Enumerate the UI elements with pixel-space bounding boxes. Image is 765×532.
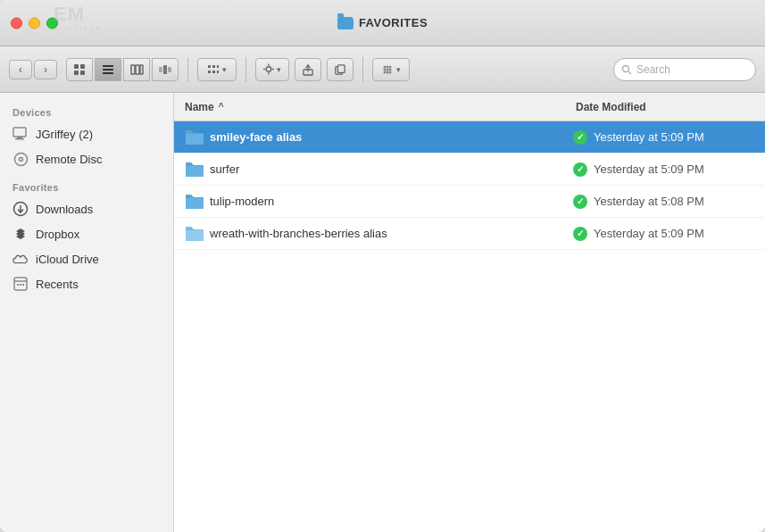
file-status-1: ✓	[567, 162, 594, 177]
close-button[interactable]	[11, 17, 22, 29]
svg-rect-12	[168, 67, 171, 72]
toolbar-separator-1	[187, 57, 188, 82]
search-placeholder: Search	[636, 63, 670, 76]
action-button[interactable]: ▾	[255, 58, 289, 81]
sidebar: Devices JGriffey (2)	[0, 93, 174, 532]
list-icon	[102, 64, 114, 75]
sidebar-recents-label: Recents	[36, 278, 79, 291]
view-cover-button[interactable]	[152, 58, 179, 81]
share-icon	[303, 62, 313, 77]
svg-point-19	[266, 67, 271, 72]
check-icon-0: ✓	[573, 130, 587, 145]
copy-icon	[335, 63, 345, 76]
sidebar-downloads-label: Downloads	[36, 203, 93, 216]
favorites-header: Favorites	[0, 177, 173, 196]
sidebar-jgriffey-label: JGriffey (2)	[36, 128, 93, 141]
svg-rect-27	[337, 64, 345, 72]
view-icon-button[interactable]	[66, 58, 93, 81]
search-box[interactable]: Search	[613, 58, 756, 81]
file-name-0: smiley-face alias	[210, 130, 567, 144]
table-row[interactable]: tulip-modern ✓ Yesterday at 5:08 PM	[174, 186, 765, 218]
file-status-2: ✓	[567, 195, 594, 209]
icloud-icon	[12, 251, 29, 267]
svg-rect-15	[217, 65, 219, 68]
minimize-button[interactable]	[29, 17, 40, 29]
svg-rect-13	[208, 65, 211, 68]
file-status-0: ✓	[567, 130, 594, 145]
toolbar-separator-3	[362, 57, 363, 82]
window-title: FAVORITES	[337, 16, 428, 29]
svg-point-29	[384, 68, 387, 71]
devices-header: Devices	[0, 102, 173, 121]
folder-icon-0	[185, 129, 204, 145]
grid-dots-icon	[207, 64, 220, 75]
copy-button[interactable]	[327, 58, 353, 81]
svg-rect-53	[20, 284, 21, 286]
sidebar-icloud-label: iCloud Drive	[36, 253, 99, 266]
svg-rect-6	[103, 72, 113, 74]
sidebar-item-recents[interactable]: Recents	[0, 271, 173, 296]
view-list-button[interactable]	[95, 58, 121, 81]
grid-icon	[73, 63, 86, 76]
view-options-button[interactable]: ▾	[197, 58, 237, 81]
sort-arrow: ^	[219, 102, 224, 112]
folder-icon-3	[185, 226, 204, 242]
file-name-2: tulip-modern	[210, 195, 567, 208]
main-content: Devices JGriffey (2)	[0, 93, 765, 532]
table-row[interactable]: wreath-with-branches-berries alias ✓ Yes…	[174, 218, 765, 250]
svg-point-33	[387, 71, 389, 73]
columns-icon	[130, 64, 144, 75]
table-row[interactable]: smiley-face alias ✓ Yesterday at 5:09 PM	[174, 121, 765, 154]
file-date-3: Yesterday at 5:09 PM	[594, 227, 754, 240]
recents-icon	[12, 276, 29, 292]
svg-rect-10	[159, 67, 162, 72]
view-columns-button[interactable]	[123, 58, 150, 81]
check-icon-3: ✓	[573, 227, 587, 241]
svg-rect-5	[103, 69, 113, 71]
date-column-header[interactable]: Date Modified	[576, 101, 754, 113]
svg-rect-18	[217, 71, 219, 73]
sidebar-item-dropbox[interactable]: Dropbox	[0, 221, 173, 246]
dropbox-icon	[12, 226, 29, 242]
tag-icon	[381, 63, 394, 76]
svg-rect-17	[212, 71, 215, 73]
sidebar-item-downloads[interactable]: Downloads	[0, 196, 173, 221]
sidebar-item-remote-disc[interactable]: Remote Disc	[0, 146, 173, 171]
back-button[interactable]: ‹	[9, 60, 32, 79]
dropdown-arrow: ▾	[222, 65, 227, 74]
traffic-lights	[11, 17, 58, 29]
svg-rect-52	[17, 284, 19, 286]
sidebar-item-jgriffey[interactable]: JGriffey (2)	[0, 121, 173, 146]
toolbar-separator-2	[245, 57, 246, 82]
svg-point-34	[389, 65, 392, 68]
svg-point-32	[387, 68, 389, 71]
folder-icon-1	[185, 162, 204, 178]
svg-rect-2	[74, 71, 79, 75]
check-icon-2: ✓	[573, 195, 587, 209]
tag-button[interactable]: ▾	[372, 58, 410, 81]
share-button[interactable]	[295, 58, 321, 81]
monitor-icon	[12, 126, 29, 142]
table-row[interactable]: surfer ✓ Yesterday at 5:09 PM	[174, 154, 765, 186]
sidebar-item-icloud[interactable]: iCloud Drive	[0, 246, 173, 271]
svg-rect-16	[208, 71, 211, 73]
svg-point-28	[384, 65, 387, 68]
action-dropdown-arrow: ▾	[277, 65, 281, 74]
svg-rect-3	[80, 71, 85, 75]
svg-rect-11	[163, 65, 167, 74]
svg-point-42	[14, 153, 27, 165]
forward-button[interactable]: ›	[34, 60, 57, 79]
name-column-header[interactable]: Name ^	[185, 101, 576, 113]
svg-point-43	[19, 157, 22, 161]
sidebar-remote-disc-label: Remote Disc	[36, 153, 102, 166]
svg-rect-40	[17, 137, 22, 138]
svg-point-30	[384, 71, 387, 73]
file-area: Name ^ Date Modified smiley-face alias	[174, 93, 765, 532]
column-headers: Name ^ Date Modified	[174, 93, 765, 121]
sidebar-dropbox-label: Dropbox	[36, 228, 79, 241]
svg-rect-8	[136, 65, 139, 74]
title-text: FAVORITES	[359, 16, 428, 29]
svg-rect-7	[131, 65, 135, 74]
disc-icon	[12, 151, 29, 167]
file-name-1: surfer	[210, 162, 567, 176]
